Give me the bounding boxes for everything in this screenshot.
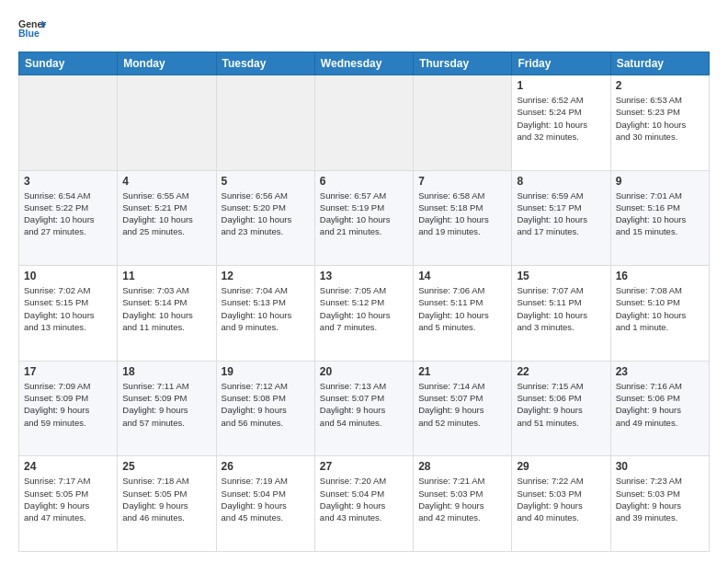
calendar-cell [314,75,413,171]
calendar-cell: 5Sunrise: 6:56 AM Sunset: 5:20 PM Daylig… [216,170,314,266]
calendar-cell [118,75,216,171]
day-info: Sunrise: 7:23 AM Sunset: 5:03 PM Dayligh… [616,475,704,523]
day-info: Sunrise: 6:53 AM Sunset: 5:23 PM Dayligh… [616,94,704,143]
calendar-cell: 8Sunrise: 6:59 AM Sunset: 5:17 PM Daylig… [512,170,610,266]
weekday-header-row: SundayMondayTuesdayWednesdayThursdayFrid… [19,52,710,75]
day-number: 3 [24,175,112,188]
day-info: Sunrise: 7:01 AM Sunset: 5:16 PM Dayligh… [616,190,704,238]
day-info: Sunrise: 6:55 AM Sunset: 5:21 PM Dayligh… [122,190,210,238]
day-info: Sunrise: 7:18 AM Sunset: 5:05 PM Dayligh… [122,475,210,523]
weekday-header-tuesday: Tuesday [216,52,314,75]
day-info: Sunrise: 7:19 AM Sunset: 5:04 PM Dayligh… [222,475,310,523]
day-number: 21 [418,365,506,378]
day-number: 6 [320,175,408,188]
day-number: 22 [517,365,605,378]
day-number: 7 [418,175,506,188]
day-number: 26 [222,460,310,473]
calendar-cell: 11Sunrise: 7:03 AM Sunset: 5:14 PM Dayli… [118,266,216,362]
calendar-cell [216,75,314,171]
day-number: 23 [616,365,704,378]
day-info: Sunrise: 7:14 AM Sunset: 5:07 PM Dayligh… [418,380,506,429]
day-info: Sunrise: 6:56 AM Sunset: 5:20 PM Dayligh… [222,190,310,238]
day-number: 20 [320,365,408,378]
day-info: Sunrise: 7:03 AM Sunset: 5:14 PM Dayligh… [122,284,210,333]
day-number: 16 [616,270,704,282]
day-number: 13 [320,270,408,282]
day-info: Sunrise: 7:04 AM Sunset: 5:13 PM Dayligh… [222,284,310,333]
calendar-cell: 30Sunrise: 7:23 AM Sunset: 5:03 PM Dayli… [610,456,709,552]
calendar-week-row: 10Sunrise: 7:02 AM Sunset: 5:15 PM Dayli… [19,266,710,362]
day-number: 19 [222,365,310,378]
day-number: 24 [24,460,112,473]
calendar-cell: 9Sunrise: 7:01 AM Sunset: 5:16 PM Daylig… [610,170,709,266]
calendar-week-row: 17Sunrise: 7:09 AM Sunset: 5:09 PM Dayli… [19,361,710,456]
calendar-cell: 23Sunrise: 7:16 AM Sunset: 5:06 PM Dayli… [610,361,709,456]
day-number: 10 [24,270,112,282]
calendar-cell: 4Sunrise: 6:55 AM Sunset: 5:21 PM Daylig… [118,170,216,266]
calendar-cell: 22Sunrise: 7:15 AM Sunset: 5:06 PM Dayli… [512,361,610,456]
logo-icon: General Blue [18,15,46,42]
day-number: 17 [24,365,112,378]
calendar-cell: 17Sunrise: 7:09 AM Sunset: 5:09 PM Dayli… [19,361,118,456]
calendar-week-row: 1Sunrise: 6:52 AM Sunset: 5:24 PM Daylig… [19,75,710,171]
day-info: Sunrise: 6:59 AM Sunset: 5:17 PM Dayligh… [517,190,605,238]
day-info: Sunrise: 7:06 AM Sunset: 5:11 PM Dayligh… [418,284,506,333]
day-info: Sunrise: 7:13 AM Sunset: 5:07 PM Dayligh… [320,380,408,429]
calendar-cell: 15Sunrise: 7:07 AM Sunset: 5:11 PM Dayli… [512,266,610,362]
day-info: Sunrise: 7:16 AM Sunset: 5:06 PM Dayligh… [616,380,704,429]
calendar-cell: 10Sunrise: 7:02 AM Sunset: 5:15 PM Dayli… [19,266,118,362]
calendar-week-row: 24Sunrise: 7:17 AM Sunset: 5:05 PM Dayli… [19,456,710,552]
day-number: 30 [616,460,704,473]
calendar-table: SundayMondayTuesdayWednesdayThursdayFrid… [18,52,710,552]
day-info: Sunrise: 6:58 AM Sunset: 5:18 PM Dayligh… [418,190,506,238]
calendar-cell: 16Sunrise: 7:08 AM Sunset: 5:10 PM Dayli… [610,266,709,362]
day-info: Sunrise: 7:17 AM Sunset: 5:05 PM Dayligh… [24,475,112,523]
day-info: Sunrise: 7:07 AM Sunset: 5:11 PM Dayligh… [517,284,605,333]
day-info: Sunrise: 7:22 AM Sunset: 5:03 PM Dayligh… [517,475,605,523]
day-number: 1 [517,79,605,92]
day-number: 14 [418,270,506,282]
header: General Blue [18,15,710,42]
calendar-cell: 20Sunrise: 7:13 AM Sunset: 5:07 PM Dayli… [314,361,413,456]
calendar-cell: 6Sunrise: 6:57 AM Sunset: 5:19 PM Daylig… [314,170,413,266]
weekday-header-monday: Monday [118,52,216,75]
day-info: Sunrise: 7:20 AM Sunset: 5:04 PM Dayligh… [320,475,408,523]
weekday-header-thursday: Thursday [414,52,512,75]
day-number: 27 [320,460,408,473]
calendar-cell: 29Sunrise: 7:22 AM Sunset: 5:03 PM Dayli… [512,456,610,552]
calendar-cell: 1Sunrise: 6:52 AM Sunset: 5:24 PM Daylig… [512,75,610,171]
day-info: Sunrise: 7:02 AM Sunset: 5:15 PM Dayligh… [24,284,112,333]
day-info: Sunrise: 7:11 AM Sunset: 5:09 PM Dayligh… [122,380,210,429]
day-info: Sunrise: 6:54 AM Sunset: 5:22 PM Dayligh… [24,190,112,238]
calendar-cell: 2Sunrise: 6:53 AM Sunset: 5:23 PM Daylig… [610,75,709,171]
weekday-header-saturday: Saturday [610,52,709,75]
day-number: 12 [222,270,310,282]
day-number: 5 [222,175,310,188]
day-info: Sunrise: 7:09 AM Sunset: 5:09 PM Dayligh… [24,380,112,429]
calendar-cell: 24Sunrise: 7:17 AM Sunset: 5:05 PM Dayli… [19,456,118,552]
day-number: 15 [517,270,605,282]
day-info: Sunrise: 7:15 AM Sunset: 5:06 PM Dayligh… [517,380,605,429]
weekday-header-sunday: Sunday [19,52,118,75]
day-number: 4 [122,175,210,188]
day-number: 2 [616,79,704,92]
day-info: Sunrise: 7:12 AM Sunset: 5:08 PM Dayligh… [222,380,310,429]
calendar-cell: 21Sunrise: 7:14 AM Sunset: 5:07 PM Dayli… [414,361,512,456]
day-info: Sunrise: 7:08 AM Sunset: 5:10 PM Dayligh… [616,284,704,333]
calendar-cell: 27Sunrise: 7:20 AM Sunset: 5:04 PM Dayli… [314,456,413,552]
calendar-cell: 7Sunrise: 6:58 AM Sunset: 5:18 PM Daylig… [414,170,512,266]
day-info: Sunrise: 7:05 AM Sunset: 5:12 PM Dayligh… [320,284,408,333]
calendar-cell: 26Sunrise: 7:19 AM Sunset: 5:04 PM Dayli… [216,456,314,552]
svg-text:Blue: Blue [18,28,40,39]
calendar-cell: 18Sunrise: 7:11 AM Sunset: 5:09 PM Dayli… [118,361,216,456]
logo: General Blue [18,15,46,42]
weekday-header-friday: Friday [512,52,610,75]
day-number: 8 [517,175,605,188]
day-info: Sunrise: 6:52 AM Sunset: 5:24 PM Dayligh… [517,94,605,143]
day-info: Sunrise: 6:57 AM Sunset: 5:19 PM Dayligh… [320,190,408,238]
day-number: 25 [122,460,210,473]
weekday-header-wednesday: Wednesday [314,52,413,75]
calendar-cell: 25Sunrise: 7:18 AM Sunset: 5:05 PM Dayli… [118,456,216,552]
day-info: Sunrise: 7:21 AM Sunset: 5:03 PM Dayligh… [418,475,506,523]
calendar-cell: 19Sunrise: 7:12 AM Sunset: 5:08 PM Dayli… [216,361,314,456]
